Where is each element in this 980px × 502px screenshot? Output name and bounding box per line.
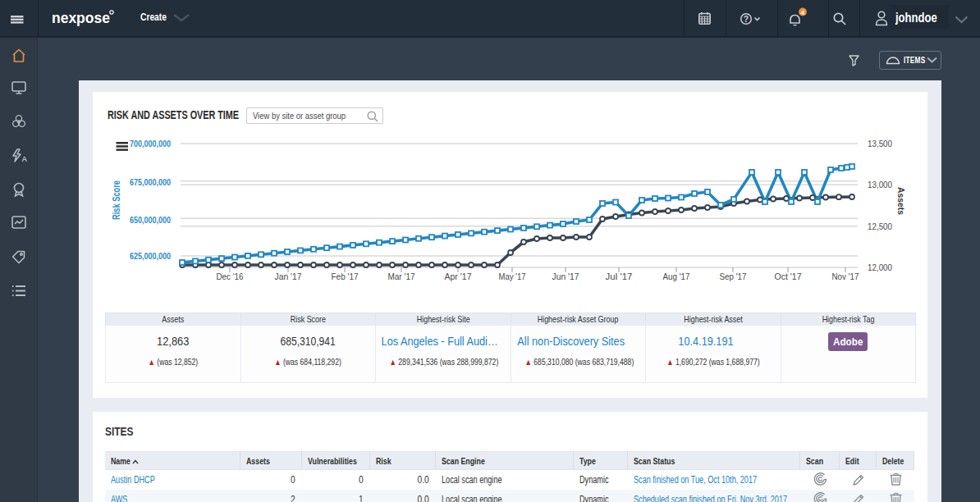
- svg-text:Apr '17: Apr '17: [445, 272, 472, 281]
- svg-text:Aug '17: Aug '17: [663, 272, 690, 281]
- svg-text:Jan '17: Jan '17: [275, 272, 302, 281]
- svg-text:625,000,000: 625,000,000: [130, 251, 171, 261]
- svg-text:Oct '17: Oct '17: [775, 272, 802, 281]
- svg-text:Jun '17: Jun '17: [552, 272, 579, 281]
- svg-text:675,000,000: 675,000,000: [130, 177, 171, 187]
- svg-text:Jul '17: Jul '17: [606, 272, 633, 281]
- svg-text:Feb '17: Feb '17: [332, 272, 359, 281]
- svg-text:13,000: 13,000: [868, 180, 892, 189]
- svg-text:Sep '17: Sep '17: [720, 272, 747, 281]
- svg-text:12,000: 12,000: [868, 262, 892, 272]
- svg-text:May '17: May '17: [499, 272, 526, 281]
- svg-text:13,500: 13,500: [868, 139, 892, 148]
- svg-text:Nov '17: Nov '17: [832, 272, 859, 281]
- svg-text:650,000,000: 650,000,000: [130, 215, 171, 225]
- svg-text:Assets: Assets: [896, 187, 906, 215]
- svg-text:700,000,000: 700,000,000: [130, 139, 171, 148]
- svg-text:Risk Score: Risk Score: [111, 180, 122, 220]
- svg-text:A: A: [22, 155, 28, 163]
- svg-text:?: ?: [744, 14, 749, 24]
- svg-text:Dec '16: Dec '16: [217, 272, 244, 281]
- svg-text:12,500: 12,500: [868, 221, 892, 231]
- svg-text:Mar '17: Mar '17: [388, 272, 415, 281]
- svg-text:4: 4: [801, 9, 805, 16]
